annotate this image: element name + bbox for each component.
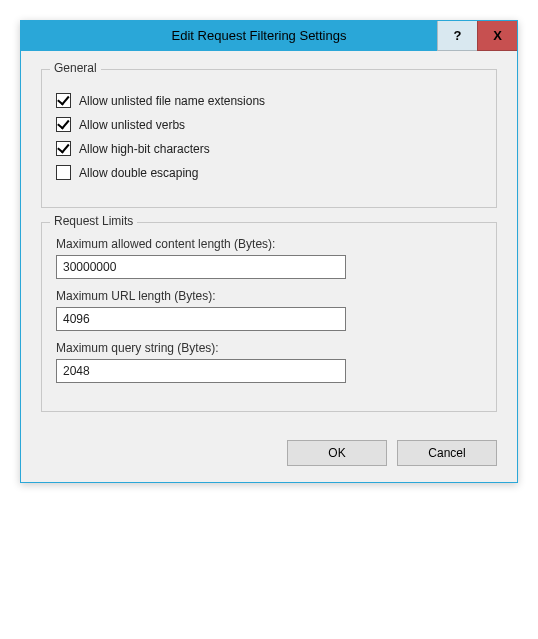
titlebar: Edit Request Filtering Settings ? X [21,21,517,51]
max-query-string-label: Maximum query string (Bytes): [56,341,482,355]
general-group: General Allow unlisted file name extensi… [41,69,497,208]
ok-button[interactable]: OK [287,440,387,466]
request-limits-group: Request Limits Maximum allowed content l… [41,222,497,412]
max-content-length-label: Maximum allowed content length (Bytes): [56,237,482,251]
max-url-length-group: Maximum URL length (Bytes): [56,289,482,331]
close-button[interactable]: X [477,21,517,51]
allow-unlisted-ext-label: Allow unlisted file name extensions [79,94,265,108]
allow-unlisted-ext-row[interactable]: Allow unlisted file name extensions [56,93,482,108]
allow-unlisted-verbs-label: Allow unlisted verbs [79,118,185,132]
max-query-string-input[interactable] [56,359,346,383]
allow-high-bit-checkbox[interactable] [56,141,71,156]
request-limits-legend: Request Limits [50,214,137,228]
general-legend: General [50,61,101,75]
dialog-content: General Allow unlisted file name extensi… [21,51,517,482]
max-url-length-label: Maximum URL length (Bytes): [56,289,482,303]
max-query-string-group: Maximum query string (Bytes): [56,341,482,383]
titlebar-buttons: ? X [437,21,517,51]
allow-high-bit-label: Allow high-bit characters [79,142,210,156]
max-url-length-input[interactable] [56,307,346,331]
allow-unlisted-ext-checkbox[interactable] [56,93,71,108]
allow-high-bit-row[interactable]: Allow high-bit characters [56,141,482,156]
allow-double-escaping-row[interactable]: Allow double escaping [56,165,482,180]
max-content-length-group: Maximum allowed content length (Bytes): [56,237,482,279]
allow-double-escaping-label: Allow double escaping [79,166,198,180]
help-button[interactable]: ? [437,21,477,51]
dialog-window: Edit Request Filtering Settings ? X Gene… [20,20,518,483]
cancel-button[interactable]: Cancel [397,440,497,466]
allow-double-escaping-checkbox[interactable] [56,165,71,180]
dialog-title: Edit Request Filtering Settings [21,21,437,51]
dialog-button-row: OK Cancel [41,440,497,466]
allow-unlisted-verbs-checkbox[interactable] [56,117,71,132]
allow-unlisted-verbs-row[interactable]: Allow unlisted verbs [56,117,482,132]
max-content-length-input[interactable] [56,255,346,279]
